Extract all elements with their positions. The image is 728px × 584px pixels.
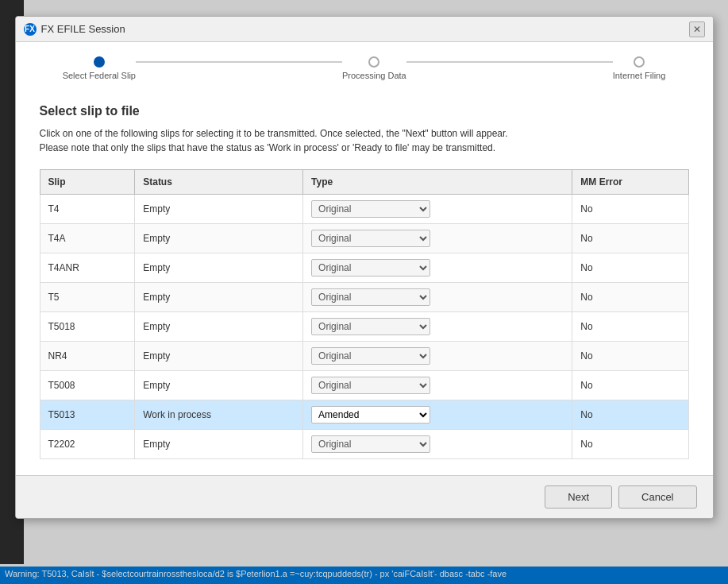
step-1: Select Federal Slip	[63, 56, 136, 80]
cell-status: Empty	[135, 224, 303, 253]
modal-titlebar: FX FX EFILE Session ✕	[16, 17, 713, 42]
step-3-dot	[634, 56, 645, 68]
table-row[interactable]: T5013Work in processAmendedNo	[40, 400, 688, 430]
step-3-label: Internet Filing	[613, 71, 666, 80]
cell-slip: T5018	[40, 312, 135, 342]
cell-slip: T2202	[40, 430, 135, 459]
modal-title: FX EFILE Session	[41, 23, 125, 35]
step-2-label: Processing Data	[342, 71, 406, 80]
step-3: Internet Filing	[613, 56, 666, 80]
cell-slip: T4ANR	[40, 253, 135, 283]
cell-mmerror: No	[572, 283, 688, 312]
cell-slip: NR4	[40, 342, 135, 371]
cell-mmerror: No	[572, 371, 688, 400]
cell-slip: T4	[40, 195, 135, 224]
table-row[interactable]: T5008EmptyOriginalNo	[40, 371, 688, 400]
table-row[interactable]: T4ANREmptyOriginalNo	[40, 253, 688, 283]
table-row[interactable]: T4EmptyOriginalNo	[40, 195, 688, 224]
cell-type[interactable]: Original	[303, 342, 572, 371]
type-select[interactable]: Original	[311, 288, 430, 306]
cell-slip: T5013	[40, 400, 135, 430]
type-select[interactable]: Original	[311, 200, 430, 218]
table-header-row: Slip Status Type MM Error	[40, 170, 688, 195]
cell-slip: T5008	[40, 371, 135, 400]
cell-mmerror: No	[572, 400, 688, 430]
close-button[interactable]: ✕	[689, 21, 705, 37]
type-select[interactable]: Amended	[311, 406, 430, 423]
cell-mmerror: No	[572, 253, 688, 283]
cell-type[interactable]: Original	[303, 195, 572, 224]
step-2: Processing Data	[342, 56, 406, 80]
cell-status: Empty	[135, 430, 303, 459]
table-row[interactable]: T5EmptyOriginalNo	[40, 283, 688, 312]
next-button[interactable]: Next	[545, 485, 612, 509]
cell-mmerror: No	[572, 312, 688, 342]
cell-status: Work in process	[135, 400, 303, 430]
cell-type[interactable]: Original	[303, 430, 572, 459]
cell-status: Empty	[135, 195, 303, 224]
cancel-button[interactable]: Cancel	[618, 485, 696, 509]
cell-type[interactable]: Original	[303, 283, 572, 312]
type-select[interactable]: Original	[311, 377, 430, 394]
cell-slip: T5	[40, 283, 135, 312]
table-row[interactable]: T4AEmptyOriginalNo	[40, 224, 688, 253]
fx-icon: FX	[24, 23, 37, 36]
titlebar-left: FX FX EFILE Session	[24, 23, 125, 36]
slip-table: Slip Status Type MM Error T4EmptyOrigina…	[40, 169, 689, 459]
type-select[interactable]: Original	[311, 318, 430, 335]
step-2-dot	[368, 56, 379, 68]
cell-mmerror: No	[572, 430, 688, 459]
type-select[interactable]: Original	[311, 347, 430, 365]
type-select[interactable]: Original	[311, 259, 430, 277]
table-row[interactable]: NR4EmptyOriginalNo	[40, 342, 688, 371]
col-type: Type	[303, 170, 572, 195]
col-status: Status	[135, 170, 303, 195]
cell-type[interactable]: Original	[303, 371, 572, 400]
efile-session-dialog: FX FX EFILE Session ✕ Select Federal Sli…	[15, 16, 714, 519]
cell-status: Empty	[135, 312, 303, 342]
cell-status: Empty	[135, 253, 303, 283]
col-slip: Slip	[40, 170, 135, 195]
table-row[interactable]: T5018EmptyOriginalNo	[40, 312, 688, 342]
cell-type[interactable]: Original	[303, 224, 572, 253]
cell-type[interactable]: Original	[303, 312, 572, 342]
section-title: Select slip to file	[40, 104, 689, 118]
step-1-label: Select Federal Slip	[63, 71, 136, 80]
step-line-1	[136, 61, 342, 63]
cell-type[interactable]: Amended	[303, 400, 572, 430]
cell-mmerror: No	[572, 342, 688, 371]
modal-body: Select Federal Slip Processing Data Inte…	[16, 42, 713, 475]
cell-slip: T4A	[40, 224, 135, 253]
table-row[interactable]: T2202EmptyOriginalNo	[40, 430, 688, 459]
cell-type[interactable]: Original	[303, 253, 572, 283]
cell-status: Empty	[135, 371, 303, 400]
col-mmerror: MM Error	[572, 170, 688, 195]
instruction-text: Click on one of the following slips for …	[40, 126, 516, 155]
cell-status: Empty	[135, 342, 303, 371]
modal-overlay: FX FX EFILE Session ✕ Select Federal Sli…	[0, 0, 728, 584]
content-area: Select slip to file Click on one of the …	[16, 88, 713, 475]
step-1-dot	[94, 56, 105, 68]
cell-mmerror: No	[572, 195, 688, 224]
progress-steps: Select Federal Slip Processing Data Inte…	[16, 42, 713, 88]
type-select[interactable]: Original	[311, 230, 430, 247]
cell-status: Empty	[135, 283, 303, 312]
cell-mmerror: No	[572, 224, 688, 253]
step-line-2	[406, 61, 613, 63]
modal-footer: Next Cancel	[16, 475, 713, 518]
type-select[interactable]: Original	[311, 435, 430, 453]
